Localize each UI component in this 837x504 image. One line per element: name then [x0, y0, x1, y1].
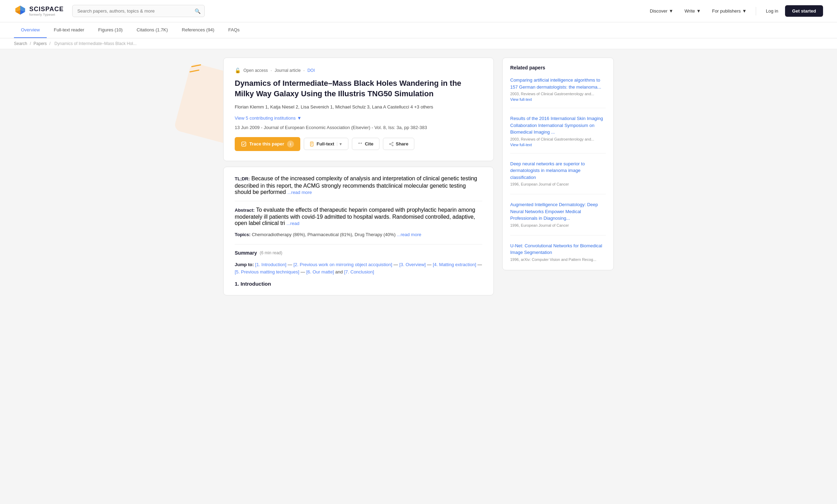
- related-paper-5: U-Net: Convolutional Networks for Biomed…: [510, 242, 606, 262]
- related-paper-1-fulltext[interactable]: View full-text: [510, 97, 606, 101]
- abstract-text-content: To evaluate the effects of therapeutic h…: [235, 207, 475, 226]
- share-icon: [389, 142, 394, 146]
- breadcrumb-papers[interactable]: Papers: [33, 41, 47, 46]
- dropdown-arrow-icon: ▼: [337, 142, 342, 146]
- view-institutions-button[interactable]: View 5 contributing institutions ▼: [235, 115, 302, 121]
- logo-text: SCISPACE formerly Typeset: [29, 6, 64, 16]
- breadcrumb: Search / Papers / Dynamics of Intermedia…: [0, 38, 837, 49]
- related-paper-5-meta: 1996, arXiv: Computer Vision and Pattern…: [510, 257, 606, 262]
- logo-icon: [14, 5, 27, 17]
- related-paper-3-meta: 1996, European Journal of Cancer: [510, 182, 606, 186]
- jump-link-2[interactable]: [2. Previous work on mirroring object ac…: [293, 262, 392, 267]
- abstract-read-more[interactable]: ...read: [287, 221, 300, 226]
- jump-link-5[interactable]: [5. Previous matting techniques]: [235, 269, 299, 274]
- topics-read-more[interactable]: ...read more: [397, 232, 421, 237]
- breadcrumb-search[interactable]: Search: [14, 41, 27, 46]
- breadcrumb-separator: /: [49, 41, 52, 46]
- related-paper-1: Comparing artificial intelligence algori…: [510, 77, 606, 108]
- action-buttons: Trace this paper i Full-text ▼ Cite: [235, 137, 482, 151]
- tab-references[interactable]: References (94): [175, 22, 221, 38]
- chevron-down-icon: ▼: [696, 8, 701, 14]
- related-paper-5-title[interactable]: U-Net: Convolutional Networks for Biomed…: [510, 242, 606, 256]
- jump-link-6[interactable]: [6. Our matte]: [306, 269, 334, 274]
- jump-link-7[interactable]: [7. Conclusion]: [344, 269, 374, 274]
- tab-overview[interactable]: Overview: [14, 22, 47, 38]
- tab-citations[interactable]: Citations (1.7K): [130, 22, 175, 38]
- tab-fulltext-reader[interactable]: Full-text reader: [47, 22, 91, 38]
- publishers-nav-button[interactable]: For publishers ▼: [707, 6, 752, 16]
- quote-icon: [358, 142, 363, 146]
- jump-to: Jump to: [1. Introduction] — [2. Previou…: [235, 261, 482, 276]
- authors: Florian Klemm 1, Katja Niesel 2, Lisa Se…: [235, 104, 482, 111]
- related-papers-card: Related papers Comparing artificial inte…: [502, 58, 614, 270]
- paper-meta-top: 🔓 Open access · Journal article · DOI: [235, 68, 482, 73]
- pub-info: 13 Jun 2009 - Journal of European Econom…: [235, 125, 482, 130]
- related-paper-2-title[interactable]: Results of the 2016 International Skin I…: [510, 115, 606, 136]
- svg-point-10: [389, 143, 390, 144]
- get-started-button[interactable]: Get started: [785, 5, 823, 17]
- svg-point-8: [392, 142, 393, 143]
- abstract-label: Abstract:: [235, 208, 255, 213]
- summary-read-time: (6 min read): [260, 250, 282, 255]
- jump-to-label: Jump to:: [235, 262, 254, 267]
- decorative-lines: [188, 63, 209, 85]
- login-button[interactable]: Log in: [760, 6, 784, 16]
- related-paper-2-meta: 2003, Reviews of Clinical Gastroenterolo…: [510, 137, 606, 141]
- related-paper-1-meta: 2003, Reviews of Clinical Gastroenterolo…: [510, 92, 606, 96]
- right-column: Related papers Comparing artificial inte…: [502, 58, 614, 295]
- pub-date: 13 Jun 2009: [235, 125, 260, 130]
- meta-separator: ·: [303, 68, 304, 73]
- svg-line-12: [390, 144, 392, 145]
- trace-paper-button[interactable]: Trace this paper i: [235, 137, 300, 151]
- svg-line-11: [390, 143, 392, 144]
- write-nav-button[interactable]: Write ▼: [680, 6, 706, 16]
- paper-card: 🔓 Open access · Journal article · DOI Dy…: [223, 58, 494, 161]
- related-paper-4-title[interactable]: Augmented Intelligence Dermatology: Deep…: [510, 201, 606, 222]
- logo[interactable]: SCISPACE formerly Typeset: [14, 5, 64, 17]
- breadcrumb-separator: /: [30, 41, 32, 46]
- header-nav: Discover ▼ Write ▼ For publishers ▼ Log …: [645, 5, 823, 17]
- tldr-section: TL;DR: Because of the increased complexi…: [235, 175, 482, 195]
- topics-section: Topics: Chemoradiotherapy (86%), Pharmac…: [235, 232, 482, 237]
- tldr-label: TL;DR:: [235, 176, 250, 181]
- summary-card: TL;DR: Because of the increased complexi…: [223, 167, 494, 295]
- related-paper-3-title[interactable]: Deep neural networks are superior to der…: [510, 160, 606, 181]
- section-1-heading: 1. Introduction: [235, 281, 482, 287]
- nav-divider: [756, 7, 756, 15]
- jump-link-3[interactable]: [3. Overview]: [399, 262, 426, 267]
- breadcrumb-current: Dynamics of Intermediate–Mass Black Hol.…: [54, 41, 136, 46]
- divider: [235, 201, 482, 201]
- chevron-down-icon: ▼: [297, 115, 302, 121]
- jump-link-1[interactable]: [1. Introduction]: [255, 262, 287, 267]
- summary-header: Summary (6 min read): [235, 250, 482, 256]
- fulltext-button[interactable]: Full-text ▼: [304, 138, 348, 150]
- search-bar[interactable]: 🔍: [72, 5, 205, 17]
- info-icon: i: [287, 141, 294, 148]
- related-paper-1-title[interactable]: Comparing artificial intelligence algori…: [510, 77, 606, 90]
- jump-link-4[interactable]: [4. Matting extraction]: [433, 262, 476, 267]
- tab-faqs[interactable]: FAQs: [221, 22, 247, 38]
- tldr-text-content: Because of the increased complexity of a…: [235, 175, 477, 195]
- tab-figures[interactable]: Figures (10): [91, 22, 130, 38]
- article-type-label: Journal article: [274, 68, 301, 73]
- topics-text: Chemoradiotherapy (86%), Pharmaceutical …: [252, 232, 395, 237]
- main-container: 🔓 Open access · Journal article · DOI Dy…: [209, 49, 628, 304]
- discover-nav-button[interactable]: Discover ▼: [645, 6, 678, 16]
- paper-title: Dynamics of Intermediate–Mass Black Hole…: [235, 78, 482, 99]
- divider-2: [235, 244, 482, 245]
- share-button[interactable]: Share: [383, 138, 414, 150]
- search-input[interactable]: [72, 5, 205, 17]
- topics-label: Topics:: [235, 232, 250, 237]
- related-paper-3: Deep neural networks are superior to der…: [510, 160, 606, 195]
- tabs-bar: Overview Full-text reader Figures (10) C…: [0, 22, 837, 38]
- related-papers-title: Related papers: [510, 65, 606, 70]
- meta-separator: ·: [271, 68, 272, 73]
- cite-button[interactable]: Cite: [352, 138, 379, 150]
- abstract-section: Abstract: To evaluate the effects of the…: [235, 207, 482, 227]
- doi-link[interactable]: DOI: [307, 68, 315, 73]
- volume-info: Vol. 8, Iss: 3a, pp 382-383: [374, 125, 427, 130]
- trace-icon: [241, 141, 247, 147]
- tldr-read-more[interactable]: ...read more: [287, 190, 312, 195]
- related-paper-2-fulltext[interactable]: View full-text: [510, 143, 606, 147]
- chevron-down-icon: ▼: [669, 8, 673, 14]
